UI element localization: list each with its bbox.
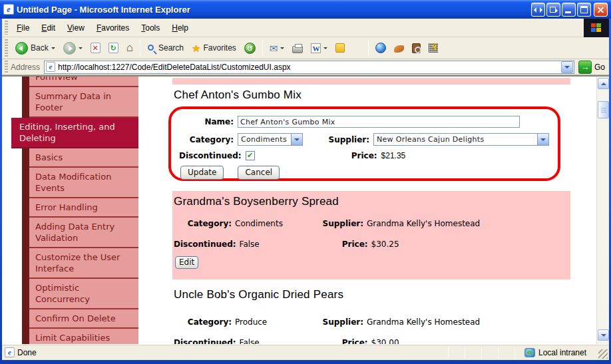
menu-favorites[interactable]: Favorites	[91, 21, 135, 35]
resize-grip[interactable]	[598, 349, 608, 359]
price-label: Price:	[317, 338, 371, 344]
name-label: Name:	[179, 117, 238, 126]
sidebar-nav: FormView Summary Data in Footer Editing,…	[29, 77, 138, 344]
favorites-label: Favorites	[203, 43, 236, 53]
product-name-input[interactable]	[238, 116, 520, 128]
back-button[interactable]: Back	[12, 41, 59, 56]
discontinued-checkbox[interactable]: ✔	[246, 151, 255, 160]
edit-with-word-button[interactable]: W	[307, 42, 331, 55]
category-value: Condiments	[235, 219, 312, 229]
home-button[interactable]: ⌂	[123, 41, 136, 55]
discuss-button[interactable]	[332, 42, 348, 54]
search-button[interactable]: Search	[144, 42, 187, 54]
close-button[interactable]	[594, 3, 608, 17]
scroll-down-button[interactable]	[598, 329, 609, 341]
discontinued-label: Discontinued:	[179, 151, 246, 160]
address-url[interactable]: http://localhost:1227/Code/EditDeleteDat…	[58, 63, 560, 72]
status-separator	[498, 347, 499, 358]
menu-view[interactable]: View	[61, 21, 91, 35]
addon-barcode-button[interactable]	[425, 42, 441, 54]
sidebar-item-data-modification-events[interactable]: Data Modification Events	[29, 168, 138, 198]
edit-button[interactable]: Edit	[175, 256, 198, 269]
print-icon	[292, 46, 303, 53]
menu-bar: File Edit View Favorites Tools Help	[2, 19, 609, 37]
print-button[interactable]	[289, 42, 306, 55]
windows-throbber-logo	[584, 19, 609, 37]
barcode-addon-icon	[429, 43, 438, 53]
sidebar-item-formview[interactable]: FormView	[29, 77, 138, 87]
address-input[interactable]: e http://localhost:1227/Code/EditDeleteD…	[44, 61, 574, 74]
ie-window: e Untitled Page - Microsoft Internet Exp…	[0, 0, 611, 364]
favorites-star-icon: ★	[192, 43, 200, 53]
address-label: Address	[11, 63, 40, 72]
menu-help[interactable]: Help	[166, 21, 194, 35]
refresh-button[interactable]: ↻	[105, 41, 122, 55]
supplier-label: Supplier:	[303, 135, 373, 144]
sidebar-item-error-handling[interactable]: Error Handling	[29, 198, 138, 218]
status-separator	[448, 347, 449, 358]
sidebar-item-editing-inserting-deleting[interactable]: Editing, Inserting, and Deleting	[11, 118, 138, 148]
category-dropdown[interactable]: Condiments	[238, 133, 303, 146]
supplier-label: Supplier:	[312, 317, 367, 327]
page-content: FormView Summary Data in Footer Editing,…	[2, 77, 596, 344]
menu-edit[interactable]: Edit	[35, 21, 61, 35]
mail-icon: ✉	[270, 43, 278, 53]
menu-tools[interactable]: Tools	[135, 21, 166, 35]
sidebar-item-basics[interactable]: Basics	[29, 148, 138, 168]
toolbar-separator	[140, 40, 140, 56]
product-name-heading: Chef Anton's Gumbo Mix	[174, 89, 302, 102]
menu-grip[interactable]	[5, 21, 8, 35]
forward-button[interactable]	[60, 41, 86, 56]
research-button[interactable]	[409, 42, 424, 55]
go-label: Go	[594, 63, 605, 72]
address-dropdown-button[interactable]	[561, 61, 573, 73]
toolbar-separator	[262, 40, 263, 56]
supplier-label: Supplier:	[312, 219, 367, 229]
status-separator	[481, 347, 482, 358]
supplier-value: Grandma Kelly's Homestead	[367, 219, 480, 229]
detach-button[interactable]	[546, 3, 560, 17]
chevron-down-icon[interactable]	[291, 134, 302, 145]
stop-button[interactable]: ✕	[87, 41, 104, 55]
pan-button[interactable]	[531, 3, 545, 17]
category-label: Category:	[174, 219, 235, 229]
addon-fox-button[interactable]	[391, 42, 407, 54]
mail-button[interactable]: ✉	[266, 42, 288, 55]
vertical-scrollbar[interactable]	[596, 77, 609, 344]
sidebar-item-adding-data-entry-validation[interactable]: Adding Data Entry Validation	[29, 218, 138, 248]
maximize-button[interactable]	[577, 3, 591, 17]
search-label: Search	[158, 43, 184, 53]
cancel-button[interactable]: Cancel	[238, 166, 280, 180]
sidebar-item-limit-capabilities[interactable]: Limit Capabilities Based on User	[29, 329, 138, 344]
scroll-up-button[interactable]	[598, 78, 609, 89]
favorites-button[interactable]: ★ Favorites	[188, 42, 240, 55]
mail-dropdown-icon	[280, 47, 284, 51]
sidebar-item-confirm-on-delete[interactable]: Confirm On Delete	[29, 309, 138, 329]
sidebar-item-summary-data-in-footer[interactable]: Summary Data in Footer	[29, 87, 138, 118]
price-value: $21.35	[381, 151, 406, 160]
status-text: Done	[17, 348, 37, 357]
minimize-button[interactable]	[562, 3, 576, 17]
supplier-dropdown[interactable]: New Orleans Cajun Delights	[373, 133, 549, 146]
menu-file[interactable]: File	[11, 21, 35, 35]
previous-row-strip	[172, 78, 570, 85]
sidebar-item-optimistic-concurrency[interactable]: Optimistic Concurrency	[29, 279, 138, 309]
status-separator	[514, 347, 515, 358]
update-button[interactable]: Update	[180, 166, 224, 180]
research-icon	[412, 43, 421, 53]
ie-page-icon: e	[5, 347, 15, 357]
history-button[interactable]: ↺	[241, 41, 259, 55]
titlebar[interactable]: e Untitled Page - Microsoft Internet Exp…	[0, 0, 611, 19]
go-button[interactable]: →	[578, 61, 592, 74]
address-grip[interactable]	[5, 61, 8, 73]
sidebar-item-customize-the-user-interface[interactable]: Customize the User Interface	[29, 248, 138, 279]
category-value: Produce	[235, 317, 312, 327]
fox-addon-icon	[394, 45, 404, 53]
messenger-button[interactable]	[372, 41, 389, 55]
chevron-down-icon[interactable]	[537, 134, 548, 145]
ie-page-icon: e	[3, 4, 14, 15]
discontinued-label: Discontinued:	[174, 338, 240, 344]
toolbar-grip[interactable]	[5, 39, 8, 57]
messenger-sphere-icon	[375, 43, 386, 53]
scrollbar-thumb[interactable]	[598, 101, 609, 118]
